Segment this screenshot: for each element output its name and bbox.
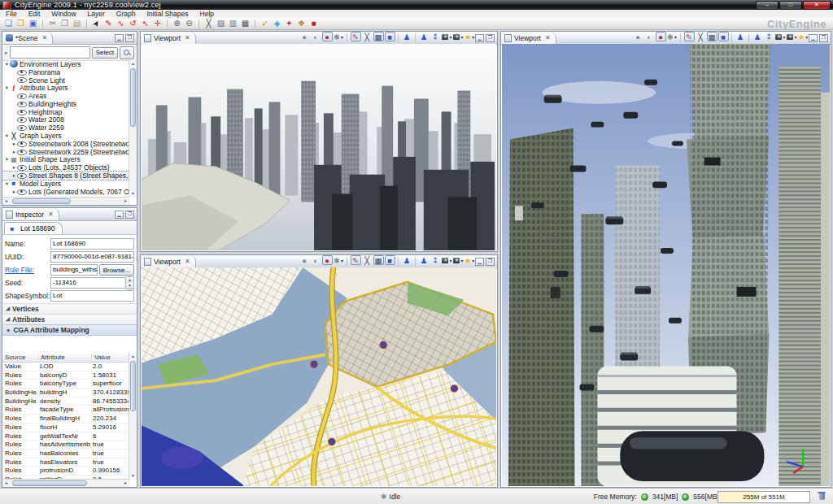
tree-item-panorama[interactable]: Panorama <box>2 68 129 76</box>
walk-mode-icon[interactable]: ♟ <box>735 32 746 41</box>
table-row[interactable]: RuleshasElevatorstrue <box>2 458 129 467</box>
draw-curve-tool-icon[interactable]: ∿ <box>116 19 126 28</box>
viewport-3-canvas[interactable] <box>502 44 830 486</box>
view-settings-icon[interactable]: ✱▾ <box>667 32 678 41</box>
viewport-3-maximize-button[interactable]: ❐ <box>819 34 828 42</box>
table-row[interactable]: RuleshasBalconiestrue <box>2 450 129 458</box>
tree-item-streetnetwork-2008-streetnetwork-1725[interactable]: ▸Streetnetwork 2008 (Streetnetwork, 1725 <box>2 140 129 148</box>
viewport-3-minimize-button[interactable]: ▁ <box>809 34 818 42</box>
tree-item-attribute-layers[interactable]: ▾ƒAttribute Layers <box>2 84 129 92</box>
camera-views-icon[interactable]: ▾ <box>453 32 464 41</box>
view-settings-icon[interactable]: ✱▾ <box>334 255 344 265</box>
move-vertex-tool-icon[interactable]: ➴ <box>140 19 150 28</box>
camera-views-icon[interactable]: ▾ <box>453 255 464 265</box>
table-row[interactable]: RulesfinalBuildingH220.234 <box>2 415 129 424</box>
tree-item-lots-generated-models-7067-objects[interactable]: ▸Lots (Generated Models, 7067 Objects) <box>2 188 129 196</box>
scene-search-input[interactable] <box>10 46 90 59</box>
table-row[interactable]: RulesbalconyD1.58031 <box>2 371 129 380</box>
render-shaded-icon[interactable]: ◐ <box>644 32 655 41</box>
tree-expander-icon[interactable]: ▸ <box>11 149 17 155</box>
inspector-vscrollbar[interactable]: ▴▾ <box>129 353 137 480</box>
assign-rules-icon[interactable]: ◈ <box>272 19 282 28</box>
show-graph-layers-icon[interactable]: ╳ <box>362 32 373 41</box>
menu-edit[interactable]: Edit <box>23 10 46 18</box>
tree-item-water-2008[interactable]: Water 2008 <box>2 116 129 124</box>
zoom-in-icon[interactable]: ⊕ <box>172 19 182 28</box>
render-wireframe-icon[interactable]: ● <box>299 255 310 265</box>
show-attribute-layers-icon[interactable]: ✎ <box>684 32 695 41</box>
table-row[interactable]: RulesgetWallTexNr6 <box>2 432 129 441</box>
viewport-1-canvas[interactable] <box>142 44 496 250</box>
scene-tree-hscrollbar[interactable]: ◂▸ <box>2 197 129 205</box>
show-model-layers-icon[interactable]: ■ <box>718 32 729 41</box>
walk-mode-icon[interactable]: ♟ <box>402 255 412 265</box>
menu-window[interactable]: Window <box>46 10 81 18</box>
seed-spinner[interactable]: ▲▼ <box>126 276 134 289</box>
spinner-down-icon[interactable]: ▼ <box>126 283 133 289</box>
texture-tool-icon[interactable]: ✦ <box>284 19 294 28</box>
viewport-tab-close-icon[interactable]: ✕ <box>185 258 190 265</box>
render-textured-icon[interactable]: ● <box>322 255 333 265</box>
bookmarks-icon[interactable]: ★▾ <box>798 32 809 41</box>
viewport-2-maximize-button[interactable]: ❐ <box>486 258 495 266</box>
tree-item-graph-layers[interactable]: ▾╳Graph Layers <box>2 132 129 140</box>
tree-item-areas[interactable]: Areas <box>2 92 129 100</box>
render-shaded-icon[interactable]: ◐ <box>311 32 321 41</box>
camera-icon[interactable]: ▾ <box>442 32 452 41</box>
tree-expander-icon[interactable]: ▸ <box>11 164 17 171</box>
menu-graph[interactable]: Graph <box>111 10 142 18</box>
field-label-link[interactable]: Rule File: <box>5 266 50 274</box>
render-textured-icon[interactable]: ● <box>656 32 666 41</box>
view-settings-icon[interactable]: ✱▾ <box>334 32 344 41</box>
inspector-tab-close-icon[interactable]: ✕ <box>48 211 54 218</box>
show-graph-layers-icon[interactable]: ╳ <box>362 255 373 265</box>
viewport-tab-close-icon[interactable]: ✕ <box>545 34 551 41</box>
dropdown-arrow-icon[interactable]: ▾ <box>449 258 451 263</box>
tree-expander-icon[interactable]: ▸ <box>11 172 17 179</box>
viewport-2-minimize-button[interactable]: ▁ <box>475 258 484 266</box>
copy-icon[interactable]: ❐ <box>59 19 70 28</box>
graph-analysis-icon[interactable]: ▨ <box>216 19 226 28</box>
subdivide-blocks-icon[interactable]: ▥ <box>228 19 238 28</box>
table-row[interactable]: RulesbalconyTypesuperfloor <box>2 380 129 389</box>
table-row[interactable]: RulesfacadeTypeallProtrusion <box>2 406 129 415</box>
paste-icon[interactable]: ▤ <box>72 19 82 28</box>
tab-viewport-2[interactable]: Viewport✕ <box>141 255 196 267</box>
bookmarks-icon[interactable]: ★▾ <box>464 32 475 41</box>
table-row[interactable]: RuleshasAdvertismentstrue <box>2 441 129 450</box>
scene-tab-close-icon[interactable]: ✕ <box>41 34 47 41</box>
save-icon[interactable]: ▣ <box>28 19 38 28</box>
stop-icon[interactable]: ■ <box>308 19 319 28</box>
search-button[interactable] <box>120 46 134 59</box>
menu-initial-shapes[interactable]: Initial Shapes <box>141 10 194 18</box>
dropdown-arrow-icon[interactable]: ▾ <box>341 258 343 263</box>
dropdown-arrow-icon[interactable]: ▾ <box>674 34 677 40</box>
first-person-icon[interactable]: ♟ <box>419 255 430 265</box>
paint-tool-icon[interactable]: ❖ <box>296 19 307 28</box>
camera-icon[interactable]: ▾ <box>442 255 452 265</box>
section-attributes[interactable]: ◤Attributes <box>2 314 137 324</box>
multi-view-sync-icon[interactable]: ⁑ <box>430 32 441 41</box>
dropdown-arrow-icon[interactable]: ▾ <box>794 34 796 40</box>
cut-icon[interactable]: ✂ <box>47 19 58 28</box>
minimize-window-button[interactable]: – <box>756 1 778 10</box>
viewport-1-minimize-button[interactable]: ▁ <box>475 34 484 42</box>
run-garbage-collector-button[interactable] <box>817 492 826 502</box>
dropdown-arrow-icon[interactable]: ▾ <box>460 34 463 40</box>
tree-item-water-2259[interactable]: Water 2259 <box>2 124 129 132</box>
dropdown-arrow-icon[interactable]: ▾ <box>783 34 785 40</box>
inspector-hscrollbar[interactable]: ◂▸ <box>2 479 129 487</box>
field-value-rulefile[interactable]: buildings_withspe <box>50 264 98 276</box>
table-row[interactable]: RulesfloorH5.29016 <box>2 424 129 432</box>
browse-button[interactable]: Browse... <box>99 264 134 276</box>
dropdown-arrow-icon[interactable]: ▾ <box>449 34 451 40</box>
tree-item-heightmap[interactable]: Heightmap <box>2 108 129 116</box>
tree-expander-icon[interactable]: ▸ <box>11 189 17 195</box>
field-value-name[interactable]: Lot 168690 <box>50 238 134 250</box>
generate-models-icon[interactable]: ➶ <box>259 19 270 28</box>
tree-expander-icon[interactable]: ▸ <box>11 141 17 147</box>
camera-icon[interactable]: ▾ <box>775 32 786 41</box>
dropdown-arrow-icon[interactable]: ▾ <box>805 34 808 40</box>
field-value-uuid[interactable]: 87790000-001d-e087-9181-381 <box>50 251 134 263</box>
tree-item-street-shapes-8-street-shapes-668-obje[interactable]: ▸Street Shapes 8 (Street Shapes, 668 Obj… <box>2 172 129 180</box>
